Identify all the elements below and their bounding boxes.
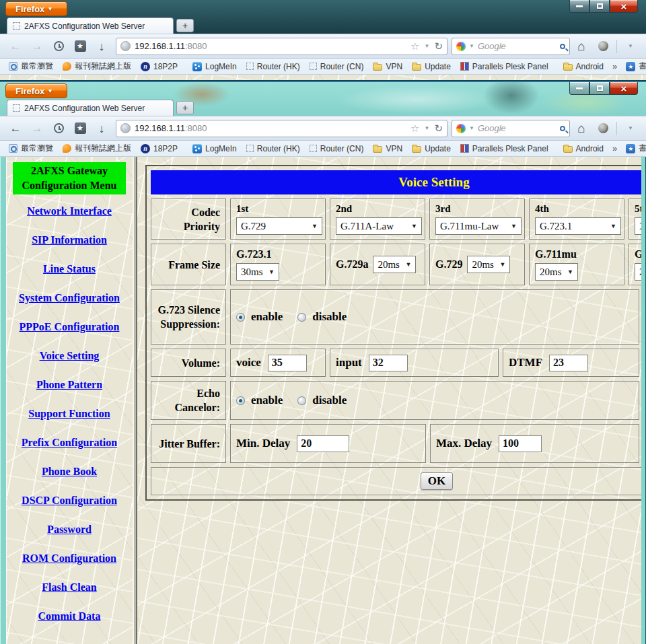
- new-tab-button[interactable]: +: [176, 101, 194, 114]
- frame-g729a-select[interactable]: 20ms▼: [373, 256, 416, 273]
- url-dropdown-icon[interactable]: ▼: [425, 43, 430, 49]
- minimize-button[interactable]: [569, 82, 589, 95]
- bookmark-18p2p[interactable]: n18P2P: [137, 61, 181, 73]
- url-bar[interactable]: 192.168.1.11:8080 ☆ ▼ ↻: [116, 38, 447, 55]
- downloads-button[interactable]: ↓: [92, 38, 112, 55]
- url-bar[interactable]: 192.168.1.11:8080 ☆ ▼ ↻: [116, 120, 447, 137]
- reload-icon[interactable]: ↻: [434, 40, 443, 52]
- sidebar-link-phone-pattern[interactable]: Phone Pattern: [11, 378, 127, 392]
- home-button[interactable]: ⌂: [571, 38, 591, 55]
- sidebar-link-pppoe-configuration[interactable]: PPPoE Configuration: [11, 320, 127, 334]
- bookmark-most-visited[interactable]: 最常瀏覽: [5, 141, 57, 155]
- close-button[interactable]: ×: [610, 0, 638, 13]
- bookmarks-menu-button[interactable]: ★書籤: [622, 141, 646, 155]
- bookmark-router-hk[interactable]: Router (HK): [243, 143, 303, 155]
- forward-button[interactable]: →: [27, 38, 47, 55]
- bookmark-star-icon[interactable]: ☆: [410, 40, 419, 52]
- sidebar-link-support-function[interactable]: Support Function: [11, 406, 127, 421]
- close-button[interactable]: ×: [610, 82, 638, 95]
- frame-g7231-select[interactable]: 30ms▼: [236, 263, 279, 281]
- sidebar-link-line-status[interactable]: Line Status: [11, 262, 127, 277]
- sidebar-link-commit-data[interactable]: Commit Data: [11, 609, 127, 624]
- back-button[interactable]: ←: [5, 38, 26, 55]
- history-button[interactable]: [48, 38, 69, 55]
- toolbar-overflow-button[interactable]: ▼: [620, 38, 641, 55]
- bookmarks-overflow-chevron[interactable]: »: [610, 61, 620, 71]
- back-button[interactable]: ←: [5, 120, 26, 137]
- bookmark-logmein[interactable]: LogMeIn: [189, 143, 240, 155]
- echo-disable-radio[interactable]: disable: [297, 394, 347, 407]
- silence-enable-radio[interactable]: enable: [236, 310, 283, 324]
- reload-icon[interactable]: ↻: [434, 122, 443, 135]
- frame-divider[interactable]: [133, 157, 137, 644]
- bookmark-plesk[interactable]: Parallels Plesk Panel: [457, 143, 552, 155]
- bookmark-router-cn[interactable]: Router (CN): [306, 143, 367, 155]
- sidebar-link-system-configuration[interactable]: System Configuration: [11, 291, 127, 306]
- minimize-button[interactable]: [569, 0, 589, 13]
- search-icon[interactable]: [560, 126, 565, 131]
- bookmark-logmein[interactable]: LogMeIn: [189, 61, 240, 73]
- volume-dtmf-input[interactable]: 23: [549, 355, 588, 371]
- search-icon[interactable]: [560, 44, 565, 49]
- search-bar[interactable]: ▼ Google: [452, 38, 570, 55]
- addon-button[interactable]: [593, 38, 613, 55]
- frame-g711mu-select[interactable]: 20ms▼: [535, 263, 578, 281]
- sidebar-link-prefix-configuration[interactable]: Prefix Configuration: [11, 435, 127, 450]
- bookmark-star-icon[interactable]: ☆: [410, 122, 419, 135]
- ok-button[interactable]: OK: [421, 472, 453, 490]
- bookmark-most-visited[interactable]: 最常瀏覽: [5, 59, 57, 73]
- toolbar-overflow-button[interactable]: ▼: [620, 120, 641, 137]
- sidebar-link-dscp-configuration[interactable]: DSCP Configuration: [11, 493, 127, 508]
- bookmark-router-cn[interactable]: Router (CN): [306, 61, 367, 73]
- jitter-max-input[interactable]: 100: [499, 435, 542, 452]
- sidebar-link-password[interactable]: Password: [11, 522, 127, 537]
- bookmark-magazines[interactable]: 報刊雜誌網上版: [59, 59, 135, 73]
- bookmarks-panel-button[interactable]: ★: [70, 120, 90, 137]
- bookmark-folder-vpn[interactable]: VPN: [369, 143, 406, 155]
- bookmark-folder-android[interactable]: Android: [560, 61, 607, 73]
- sidebar-link-phone-book[interactable]: Phone Book: [11, 464, 127, 479]
- search-engine-dropdown-icon[interactable]: ▼: [469, 43, 474, 49]
- home-button[interactable]: ⌂: [571, 120, 591, 137]
- silence-disable-radio[interactable]: disable: [297, 310, 347, 324]
- frame-g729-select[interactable]: 20ms▼: [467, 256, 510, 273]
- maximize-button[interactable]: [589, 82, 610, 95]
- codec-5th-select[interactable]: X▼: [635, 217, 641, 235]
- sidebar-link-rom-configuration[interactable]: ROM Configuration: [11, 551, 127, 566]
- bookmark-plesk[interactable]: Parallels Plesk Panel: [457, 61, 552, 73]
- echo-enable-radio[interactable]: enable: [236, 394, 283, 407]
- sidebar-link-voice-setting[interactable]: Voice Setting: [11, 349, 127, 363]
- bookmark-folder-update[interactable]: Update: [408, 143, 454, 155]
- firefox-menu-button[interactable]: Firefox ▾: [5, 83, 67, 98]
- bookmarks-overflow-chevron[interactable]: »: [610, 143, 620, 153]
- search-bar[interactable]: ▼ Google: [452, 120, 570, 137]
- bookmark-18p2p[interactable]: n18P2P: [137, 143, 181, 155]
- codec-1st-select[interactable]: G.729▼: [236, 217, 322, 235]
- addon-button[interactable]: [593, 120, 613, 137]
- forward-button[interactable]: →: [27, 120, 47, 137]
- codec-3rd-select[interactable]: G.711mu-Law▼: [435, 217, 522, 235]
- downloads-button[interactable]: ↓: [92, 120, 112, 137]
- bookmarks-menu-button[interactable]: ★書籤: [622, 59, 646, 73]
- sidebar-link-network-interface[interactable]: Network Interface: [11, 204, 127, 219]
- sidebar-link-flash-clean[interactable]: Flash Clean: [11, 580, 127, 595]
- url-dropdown-icon[interactable]: ▼: [425, 125, 430, 131]
- new-tab-button[interactable]: +: [176, 19, 194, 32]
- volume-input-input[interactable]: 32: [369, 355, 408, 371]
- jitter-min-input[interactable]: 20: [297, 435, 349, 452]
- history-button[interactable]: [48, 120, 69, 137]
- bookmarks-panel-button[interactable]: ★: [70, 38, 90, 55]
- frame-g711a-select[interactable]: 20ms▼: [635, 263, 641, 281]
- bookmark-folder-android[interactable]: Android: [560, 143, 607, 155]
- firefox-menu-button[interactable]: Firefox ▾: [5, 1, 67, 16]
- bookmark-folder-vpn[interactable]: VPN: [369, 61, 406, 73]
- bookmark-router-hk[interactable]: Router (HK): [243, 61, 303, 73]
- maximize-button[interactable]: [589, 0, 610, 13]
- bookmark-folder-update[interactable]: Update: [408, 61, 454, 73]
- codec-2nd-select[interactable]: G.711A-Law▼: [336, 217, 422, 235]
- sidebar-link-sip-information[interactable]: SIP Information: [11, 233, 127, 248]
- search-engine-dropdown-icon[interactable]: ▼: [469, 125, 474, 131]
- bookmark-magazines[interactable]: 報刊雜誌網上版: [59, 141, 135, 155]
- browser-tab[interactable]: 2AFXS Configuration Web Server: [7, 17, 174, 34]
- volume-voice-input[interactable]: 35: [268, 355, 307, 371]
